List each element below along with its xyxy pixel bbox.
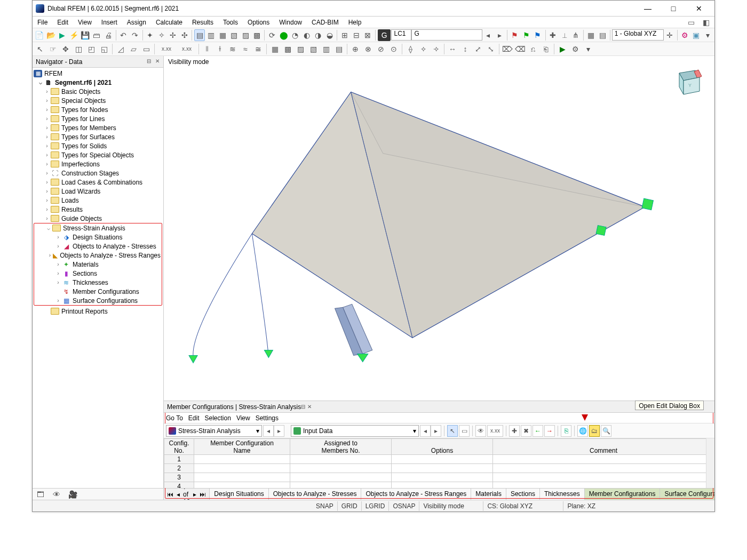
bp-menu-settings[interactable]: Settings [256, 414, 279, 422]
menu-results[interactable]: Results [187, 17, 218, 28]
tb-icon[interactable]: ▦ [269, 43, 281, 55]
move-right-button[interactable]: → [544, 425, 555, 437]
tb-icon[interactable]: ⤡ [485, 43, 497, 55]
bp-menu-view[interactable]: View [236, 414, 250, 422]
saveall-icon[interactable]: 🗃 [92, 29, 102, 41]
tree-folder[interactable]: ›Basic Objects [33, 87, 163, 96]
lc-name[interactable]: G [411, 29, 482, 41]
navigator-tree[interactable]: ▦ RFEM ⌵ 🗎 Segment.rf6 | 2021 ›Basic Obj… [33, 68, 163, 488]
tree-item[interactable]: ›✦Materials [34, 260, 162, 269]
caret-right-icon[interactable]: › [43, 215, 51, 221]
tb-icon[interactable]: ≈ [240, 43, 251, 55]
open-icon[interactable]: 📂 [46, 29, 57, 41]
tb-icon[interactable]: ⟡ [417, 43, 429, 55]
tree-root[interactable]: ▦ RFEM [33, 69, 163, 78]
settings-icon[interactable]: ⚙ [680, 29, 690, 41]
lc-next-icon[interactable]: ▸ [495, 29, 505, 41]
tree-item[interactable]: ›▦Surface Configurations [34, 296, 162, 305]
tb-icon[interactable]: ▭ [140, 43, 152, 55]
tb-icon[interactable]: ↔ [447, 43, 458, 55]
caret-right-icon[interactable]: › [43, 170, 51, 176]
pager-first[interactable]: ⏮ [167, 491, 173, 498]
globe-icon[interactable]: 🌐 [577, 425, 588, 437]
minimize-button[interactable]: — [635, 1, 660, 16]
nav-data-view-button[interactable]: 🗔 [35, 490, 46, 499]
status-snap[interactable]: SNAP [312, 501, 337, 511]
dropdown-icon[interactable]: ▾ [703, 29, 713, 41]
menu-view[interactable]: View [73, 17, 97, 28]
tb-icon[interactable]: ◫ [73, 43, 84, 55]
panel-close-icon[interactable]: ✕ [307, 404, 312, 410]
tb-icon[interactable]: ⎌ [527, 43, 539, 55]
caret-right-icon[interactable]: › [43, 188, 51, 194]
caret-right-icon[interactable]: › [43, 107, 51, 113]
tb-icon[interactable]: ⊗ [362, 43, 374, 55]
format-icon[interactable]: x.xx [487, 425, 503, 437]
tree-printout[interactable]: Printout Reports [33, 307, 163, 316]
caret-right-icon[interactable]: › [43, 179, 51, 185]
nav-camera-button[interactable]: 🎥 [67, 490, 78, 499]
tb-icon[interactable]: ▱ [128, 43, 139, 55]
lc-prev-icon[interactable]: ◂ [483, 29, 494, 41]
tree-folder[interactable]: ›Types for Surfaces [33, 132, 163, 141]
caret-right-icon[interactable]: › [43, 116, 51, 122]
select-rect-button[interactable]: ▭ [459, 425, 470, 437]
view-panel6-icon[interactable]: ▩ [252, 29, 263, 41]
redo-icon[interactable]: ↷ [130, 29, 140, 41]
table-row[interactable]: 2 [164, 464, 714, 473]
dropdown-icon[interactable]: ▾ [582, 43, 594, 55]
panel-pin-icon[interactable]: ⊟ [145, 58, 153, 65]
combo-icon[interactable]: ▦ [586, 29, 597, 41]
tb-icon[interactable]: ≋ [227, 43, 239, 55]
addon-next-button[interactable]: ▸ [274, 425, 284, 437]
caret-right-icon[interactable]: › [43, 161, 51, 167]
delete-row-button[interactable]: ✖ [521, 425, 531, 437]
caret-right-icon[interactable]: › [54, 261, 62, 267]
caret-right-icon[interactable]: › [43, 206, 51, 212]
caret-right-icon[interactable]: › [54, 279, 62, 285]
search-icon[interactable]: 🔍 [601, 425, 611, 437]
tb-icon[interactable]: ◔ [290, 29, 300, 41]
open-edit-dialog-button[interactable]: 🗂 [589, 425, 600, 437]
caret-right-icon[interactable]: › [43, 197, 51, 203]
tree-item[interactable]: ›⬗Design Situations [34, 233, 162, 242]
inputdata-next-button[interactable]: ▸ [431, 425, 441, 437]
tb-icon[interactable]: ⌦ [502, 43, 513, 55]
tb-icon[interactable]: ⊘ [375, 43, 387, 55]
status-grid[interactable]: GRID [337, 501, 361, 511]
scripting-icon[interactable]: ▶ [557, 43, 568, 55]
cube-icon[interactable]: ▣ [691, 29, 702, 41]
menu-calculate[interactable]: Calculate [151, 17, 187, 28]
panel-close-icon[interactable]: ✕ [154, 58, 161, 65]
status-osnap[interactable]: OSNAP [388, 501, 419, 511]
cursor-icon[interactable]: ↖ [34, 43, 46, 55]
status-lgrid[interactable]: LGRID [361, 501, 389, 511]
menu-file[interactable]: File [33, 17, 52, 28]
menu-cadbim[interactable]: CAD-BIM [307, 17, 344, 28]
tb-icon[interactable]: ✣ [179, 29, 190, 41]
col-assigned-members[interactable]: Assigned toMembers No. [290, 439, 392, 455]
tb-icon[interactable]: ⤢ [472, 43, 484, 55]
tree-folder[interactable]: ›Load Wizards [33, 187, 163, 196]
tb-icon[interactable]: ▥ [320, 43, 332, 55]
tab-thicknesses[interactable]: Thicknesses [540, 489, 585, 500]
bottom-grid[interactable]: Config.No. Member ConfigurationName Assi… [164, 438, 714, 488]
tree-folder[interactable]: ›Types for Nodes [33, 105, 163, 114]
table-row[interactable]: 1 [164, 455, 714, 464]
tb-icon[interactable]: ✧ [156, 29, 167, 41]
tb-icon[interactable]: ◿ [115, 43, 126, 55]
tree-folder[interactable]: ›Load Cases & Combinations [33, 178, 163, 187]
menu-help[interactable]: Help [344, 17, 367, 28]
caret-right-icon[interactable]: › [54, 234, 62, 240]
close-button[interactable]: ✕ [687, 1, 711, 16]
copy-icon[interactable]: ⎘ [561, 425, 571, 437]
tree-folder[interactable]: ›Types for Members [33, 123, 163, 132]
caret-right-icon[interactable]: › [54, 298, 62, 303]
tree-folder[interactable]: ›Types for Lines [33, 114, 163, 123]
lc-code[interactable]: LC1 [391, 29, 411, 41]
tb-icon[interactable]: ✦ [145, 29, 155, 41]
caret-right-icon[interactable]: › [43, 152, 51, 158]
pointer-icon[interactable]: ☞ [47, 43, 59, 55]
bp-menu-edit[interactable]: Edit [188, 414, 200, 422]
show-icon[interactable]: 👁 [475, 425, 486, 437]
